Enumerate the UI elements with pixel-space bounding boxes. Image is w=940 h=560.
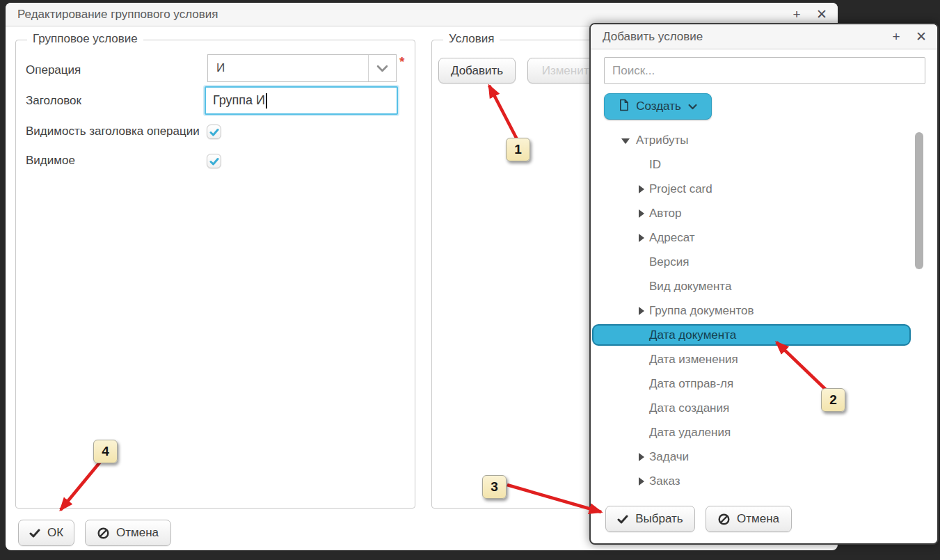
plus-icon[interactable]: +: [889, 30, 904, 43]
tree-item[interactable]: Дата отправ-ля: [591, 372, 914, 397]
tree-item[interactable]: Дата создания: [591, 397, 914, 421]
ok-button[interactable]: ОК: [18, 520, 74, 546]
add-dialog-title: Добавить условие: [591, 30, 703, 44]
conditions-legend: Условия: [443, 32, 500, 46]
tree-item[interactable]: Дата удаления: [591, 421, 914, 445]
operation-label: Операция: [26, 63, 81, 78]
text-caret: [266, 93, 267, 109]
close-icon[interactable]: ✕: [914, 30, 929, 43]
tree-item[interactable]: Группа документов: [591, 299, 914, 323]
tree-item-label: Вид документа: [649, 280, 731, 294]
add-button-label: Добавить: [451, 64, 503, 78]
triangle-right-icon[interactable]: [639, 307, 644, 315]
create-button[interactable]: Создать: [604, 93, 712, 120]
chevron-down-icon: [688, 99, 697, 113]
select-button-label: Выбрать: [635, 512, 683, 526]
tree-item-label: Атрибуты: [636, 134, 689, 147]
tree-item[interactable]: Задачи: [591, 445, 914, 470]
tree-item-label: Адресат: [649, 231, 695, 245]
visibility-operation-label: Видимость заголовка операции: [26, 124, 200, 139]
tree-item-label: Дата изменения: [649, 353, 738, 367]
ok-button-label: ОК: [47, 526, 63, 540]
document-icon: [619, 99, 629, 115]
tree-item-label: Версия: [649, 255, 689, 269]
tree-item-selected[interactable]: Дата документа: [591, 323, 914, 348]
check-icon: [29, 529, 40, 538]
check-icon: [209, 128, 219, 136]
step-badge-1: 1: [506, 138, 530, 161]
triangle-down-icon[interactable]: [621, 138, 630, 144]
step-badge-2: 2: [821, 388, 845, 412]
visible-label: Видимое: [26, 153, 75, 168]
title-input-value: Группа И: [213, 93, 265, 108]
cancel-icon: [718, 513, 730, 525]
tree-item[interactable]: Заказ: [591, 470, 914, 494]
add-cancel-button[interactable]: Отмена: [706, 506, 792, 532]
triangle-right-icon[interactable]: [639, 234, 644, 242]
tree-item-label: Дата создания: [649, 401, 729, 415]
main-cancel-button-label: Отмена: [116, 526, 159, 540]
operation-value: И: [208, 55, 368, 81]
title-input[interactable]: Группа И: [205, 86, 398, 115]
tree-item-label: Дата удаления: [649, 426, 731, 440]
tree-item-label: Группа документов: [649, 304, 754, 318]
tree-item[interactable]: Project card: [591, 177, 914, 202]
cancel-icon: [97, 527, 109, 539]
check-icon: [209, 157, 219, 166]
select-button[interactable]: Выбрать: [605, 506, 695, 532]
add-condition-dialog: Добавить условие + ✕ Создать АтрибутыIDP…: [589, 23, 939, 545]
tree-item[interactable]: Дата изменения: [591, 348, 914, 372]
scrollbar-thumb[interactable]: [915, 132, 923, 269]
search-input[interactable]: [604, 57, 925, 84]
selection-highlight: [592, 324, 911, 346]
tree-item-label: ID: [649, 158, 661, 172]
add-dialog-titlebar: Добавить условие + ✕: [591, 24, 937, 49]
screen: Редактирование группового условия + ✕ Гр…: [0, 0, 940, 560]
triangle-right-icon[interactable]: [639, 209, 644, 218]
title-label: Заголовок: [26, 93, 81, 109]
visible-checkbox[interactable]: [207, 154, 221, 168]
tree-item-label: Project card: [649, 182, 712, 196]
tree-item-label: Заказ: [649, 474, 680, 488]
tree-item-label: Дата отправ-ля: [649, 377, 733, 391]
edit-dialog-title: Редактирование группового условия: [6, 8, 218, 22]
tree-item-label: Дата документа: [649, 328, 736, 342]
main-cancel-button[interactable]: Отмена: [85, 520, 171, 546]
operation-combobox[interactable]: И: [207, 54, 397, 82]
tree-item-label: Задачи: [649, 450, 689, 464]
edit-button-label: Изменить: [542, 64, 596, 78]
group-condition-legend: Групповое условие: [27, 32, 143, 46]
tree-item-label: Автор: [649, 207, 682, 221]
tree-item[interactable]: Адресат: [591, 226, 914, 250]
check-icon: [617, 515, 628, 524]
tree-item[interactable]: Автор: [591, 202, 914, 226]
tree-item[interactable]: Вид документа: [591, 275, 914, 299]
required-marker: *: [399, 54, 404, 70]
triangle-right-icon[interactable]: [639, 477, 644, 486]
step-badge-3: 3: [482, 475, 507, 499]
close-icon[interactable]: ✕: [814, 8, 829, 21]
triangle-right-icon[interactable]: [639, 453, 644, 461]
step-badge-4: 4: [93, 440, 118, 463]
plus-icon[interactable]: +: [789, 8, 804, 21]
add-button[interactable]: Добавить: [438, 58, 516, 83]
tree-item[interactable]: Атрибуты: [591, 129, 914, 153]
triangle-right-icon[interactable]: [639, 185, 644, 193]
visibility-operation-checkbox[interactable]: [207, 125, 221, 139]
tree-item[interactable]: ID: [591, 153, 914, 177]
tree-item[interactable]: Версия: [591, 250, 914, 275]
create-button-label: Создать: [636, 99, 681, 113]
chevron-down-icon[interactable]: [368, 55, 396, 81]
add-cancel-button-label: Отмена: [737, 512, 779, 526]
